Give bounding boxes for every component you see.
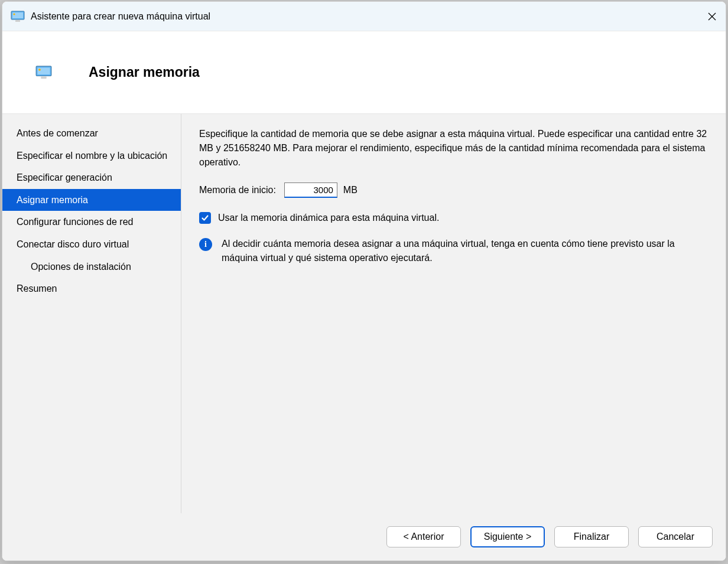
wizard-steps-sidebar: Antes de comenzarEspecificar el nombre y… bbox=[2, 114, 181, 513]
header-icon bbox=[35, 66, 52, 80]
finish-button[interactable]: Finalizar bbox=[554, 526, 629, 547]
sidebar-step-3[interactable]: Asignar memoria bbox=[2, 189, 181, 211]
info-icon: i bbox=[199, 238, 212, 251]
info-text: Al decidir cuánta memoria desea asignar … bbox=[222, 237, 709, 265]
next-button[interactable]: Siguiente > bbox=[470, 526, 545, 547]
sidebar-step-0[interactable]: Antes de comenzar bbox=[2, 122, 181, 145]
sidebar-step-5[interactable]: Conectar disco duro virtual bbox=[2, 233, 181, 256]
page-title: Asignar memoria bbox=[89, 64, 200, 80]
sidebar-step-2[interactable]: Especificar generación bbox=[2, 167, 181, 189]
svg-rect-9 bbox=[41, 76, 46, 78]
memory-description: Especifique la cantidad de memoria que s… bbox=[199, 127, 709, 169]
memory-row: Memoria de inicio: MB bbox=[199, 182, 709, 198]
svg-rect-3 bbox=[15, 20, 20, 22]
cancel-button[interactable]: Cancelar bbox=[638, 526, 713, 547]
sidebar-step-4[interactable]: Configurar funciones de red bbox=[2, 211, 181, 233]
close-icon bbox=[708, 12, 716, 21]
close-button[interactable] bbox=[698, 2, 726, 31]
svg-point-8 bbox=[38, 69, 41, 71]
dynamic-memory-checkbox[interactable] bbox=[199, 212, 211, 224]
previous-button[interactable]: < Anterior bbox=[386, 526, 461, 547]
memory-input[interactable] bbox=[284, 182, 337, 198]
dynamic-memory-row[interactable]: Usar la memoria dinámica para esta máqui… bbox=[199, 212, 709, 224]
wizard-footer: < Anterior Siguiente > Finalizar Cancela… bbox=[2, 513, 726, 560]
memory-unit: MB bbox=[343, 185, 358, 195]
window-title: Asistente para crear nueva máquina virtu… bbox=[31, 11, 698, 22]
wizard-window: Asistente para crear nueva máquina virtu… bbox=[2, 1, 726, 561]
dynamic-memory-label: Usar la memoria dinámica para esta máqui… bbox=[218, 213, 439, 223]
app-icon bbox=[11, 11, 25, 22]
memory-label: Memoria de inicio: bbox=[199, 185, 276, 195]
check-icon bbox=[201, 214, 209, 222]
sidebar-step-7[interactable]: Resumen bbox=[2, 278, 181, 300]
wizard-header: Asignar memoria bbox=[2, 31, 726, 114]
wizard-body: Antes de comenzarEspecificar el nombre y… bbox=[2, 114, 726, 513]
svg-point-2 bbox=[13, 13, 15, 15]
titlebar: Asistente para crear nueva máquina virtu… bbox=[2, 2, 726, 31]
info-row: i Al decidir cuánta memoria desea asigna… bbox=[199, 237, 709, 265]
wizard-content: Especifique la cantidad de memoria que s… bbox=[181, 114, 726, 513]
sidebar-step-6[interactable]: Opciones de instalación bbox=[2, 256, 181, 278]
sidebar-step-1[interactable]: Especificar el nombre y la ubicación bbox=[2, 145, 181, 167]
